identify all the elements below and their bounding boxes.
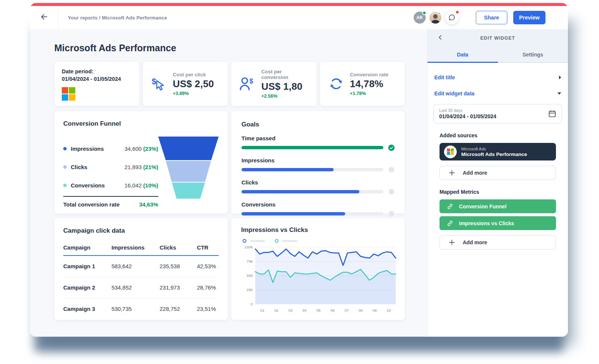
date-range-selector[interactable]: Last 30 days 01/04/2024 - 01/05/2024: [434, 104, 562, 123]
svg-text:100k: 100k: [244, 245, 253, 249]
chart-legend: [243, 239, 398, 243]
impressions-vs-clicks-widget[interactable]: Impressions vs Clicks 025k50k75k10: [231, 218, 405, 320]
kpi-value: US$ 2,50: [173, 78, 214, 90]
legend-label: Clicks: [71, 164, 87, 170]
kpi-value: 14,78%: [350, 78, 389, 90]
comments-button[interactable]: [445, 11, 459, 24]
table-cell: 23,51%: [197, 298, 219, 319]
online-dot: [438, 12, 441, 15]
legend-marker-impressions: [243, 239, 246, 243]
funnel-segment-clicks: [158, 161, 219, 182]
table-cell: Campaign 3: [63, 298, 112, 319]
calendar-icon: [548, 110, 556, 118]
link-icon: [447, 203, 453, 210]
date-period-card[interactable]: Date period: 01/04/2024 - 01/05/2024: [54, 62, 139, 106]
edit-widget-data-row[interactable]: Edit widget data: [434, 88, 562, 99]
svg-text:0: 0: [250, 302, 253, 306]
goal-label: Clicks: [241, 179, 395, 186]
table-cell: 530,735: [112, 298, 160, 319]
date-preset-label: Last 30 days: [439, 108, 496, 113]
table-cell: Campaign 1: [63, 256, 112, 277]
back-arrow-icon: [40, 12, 49, 23]
goal-progress-bar: [241, 146, 383, 149]
legend-dot: [63, 165, 67, 169]
check-circle-icon: [388, 144, 395, 151]
kpi-delta: +2.56%: [261, 94, 309, 99]
goal-label: Conversions: [241, 201, 395, 208]
goal-label: Impressions: [241, 157, 395, 163]
pending-circle-icon: [389, 211, 394, 217]
back-button[interactable]: [30, 6, 58, 29]
divider: [63, 196, 158, 197]
funnel-chart: [158, 137, 219, 208]
table-row: Campaign 3530,735228,75223,51%: [63, 298, 219, 319]
cost-per-click-card[interactable]: $ Cost per click US$ 2,50 +3.89%: [143, 62, 228, 106]
dollar-cursor-icon: $: [150, 76, 168, 92]
panel-header: EDIT WIDGET DataSettings: [428, 29, 568, 63]
conversion-rate-card[interactable]: Conversion rate 14,78% +1.78%: [320, 62, 405, 106]
mapped-metric-impressions-vs-clicks[interactable]: Impressions vs Clicks: [440, 216, 556, 230]
breadcrumb: Your reports / Microsoft Ads Performance: [68, 15, 167, 21]
svg-text:06: 06: [331, 308, 335, 312]
collapse-panel-button[interactable]: [437, 34, 444, 43]
preview-button[interactable]: Preview: [513, 11, 545, 24]
edit-title-row[interactable]: Edit title: [434, 72, 562, 83]
source-provider: Microsoft Ads: [461, 147, 527, 151]
svg-text:07: 07: [344, 308, 349, 312]
table-header-row: CampaignImpressionsClicksCTR: [63, 244, 219, 256]
add-more-label: Add more: [463, 239, 487, 245]
mapped-metric-conversion-funnel[interactable]: Conversion Funnel: [440, 199, 556, 213]
table-cell: 583,642: [112, 256, 160, 277]
table-cell: 28,76%: [197, 277, 219, 298]
legend-value: 34,600 (23%): [125, 146, 158, 152]
goal-row: Conversions: [241, 201, 395, 217]
kpi-delta: +1.78%: [350, 91, 389, 96]
add-more-label: Add more: [463, 170, 487, 176]
share-button[interactable]: Share: [476, 11, 507, 24]
svg-text:09: 09: [373, 308, 377, 312]
table-cell: 42,53%: [197, 256, 219, 277]
funnel-legend-row: Conversions16,042 (10%): [63, 176, 158, 195]
goals-list: Time passedImpressionsClicksConversions: [241, 135, 395, 217]
edit-widget-data-link[interactable]: Edit widget data: [434, 91, 474, 97]
date-period-value: 01/04/2024 - 01/05/2024: [62, 76, 132, 82]
edit-title-link[interactable]: Edit title: [434, 74, 455, 80]
cost-per-conversion-card[interactable]: $ Cost per conversion US$ 1,80 +2.56%: [231, 62, 316, 106]
legend-value: 21,893 (21%): [125, 164, 158, 170]
funnel-legend: Impressions34,600 (23%)Clicks21,893 (21%…: [63, 140, 158, 208]
person-dollar-icon: $: [239, 76, 256, 92]
svg-text:$: $: [249, 77, 253, 85]
kpi-label: Conversion rate: [350, 72, 389, 77]
table-cell: 231,973: [159, 277, 197, 298]
legend-dot: [63, 184, 67, 187]
panel-content: Edit title Edit widget data Last 30 days…: [428, 63, 568, 250]
svg-text:05: 05: [316, 308, 321, 312]
svg-text:02: 02: [274, 308, 279, 312]
svg-text:75k: 75k: [247, 259, 253, 263]
campaign-table: CampaignImpressionsClicksCTR Campaign 15…: [63, 244, 219, 319]
microsoft-logo-icon: [444, 146, 457, 158]
legend-pill: [250, 240, 265, 242]
table-row: Campaign 1583,642235,53842,53%: [63, 256, 219, 277]
mapped-metrics-label: Mapped Metrics: [440, 189, 562, 195]
add-source-button[interactable]: Add more: [440, 166, 556, 180]
plus-icon: [449, 239, 455, 245]
source-card-microsoft-ads[interactable]: Microsoft Ads Microsoft Ads Performance: [440, 143, 556, 160]
svg-text:50k: 50k: [247, 273, 253, 278]
topbar-actions: AK Share Preview: [414, 11, 568, 24]
page-title: Microsoft Ads Performance: [54, 43, 405, 53]
legend-pill: [282, 240, 297, 242]
column-header: Impressions: [112, 244, 160, 256]
tab-settings[interactable]: Settings: [498, 47, 568, 63]
add-metric-button[interactable]: Add more: [440, 235, 556, 250]
conversion-funnel-widget[interactable]: Conversion Funnel Impressions34,600 (23%…: [54, 111, 228, 214]
legend-item-impressions: [243, 239, 265, 243]
tab-data[interactable]: Data: [428, 47, 498, 63]
microsoft-logo-icon: [62, 87, 132, 101]
avatar-ak[interactable]: AK: [414, 12, 426, 24]
avatar-photo[interactable]: [429, 12, 441, 24]
goals-widget[interactable]: Goals Time passedImpressionsClicksConver…: [231, 111, 405, 214]
pending-circle-icon: [389, 189, 394, 195]
campaign-click-data-widget[interactable]: Campaign click data CampaignImpressionsC…: [54, 218, 228, 320]
kpi-label: Cost per conversion: [261, 69, 309, 80]
